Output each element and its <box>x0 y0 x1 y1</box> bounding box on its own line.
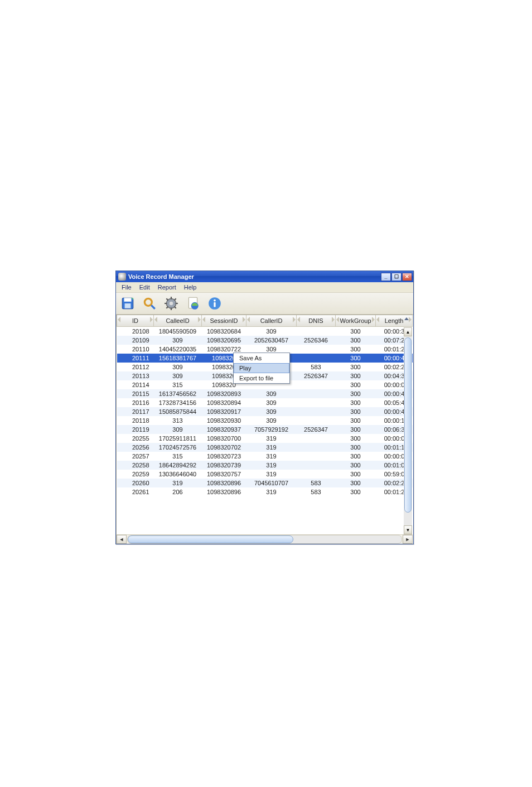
horizontal-scroll-track[interactable] <box>127 535 402 544</box>
reports-button[interactable] <box>183 293 203 313</box>
cell-callee: 319 <box>154 479 202 487</box>
table-row[interactable]: 2025818642894292109832073931930000:01:09 <box>117 461 413 470</box>
context-menu-export[interactable]: Export to file <box>234 373 289 383</box>
chevron-down-icon: ▼ <box>406 528 410 533</box>
svg-line-14 <box>166 306 168 308</box>
svg-rect-20 <box>214 302 215 307</box>
cell-session: 1098320739 <box>202 461 246 470</box>
save-icon <box>120 296 135 311</box>
chevron-left-icon: ◄ <box>119 537 124 542</box>
horizontal-scrollbar[interactable]: ◄ ► <box>117 534 413 544</box>
menu-file[interactable]: File <box>118 283 135 291</box>
svg-line-12 <box>166 298 168 300</box>
vertical-scrollbar[interactable]: ▲ ▼ <box>404 327 412 534</box>
cell-id: 20110 <box>117 345 154 354</box>
cell-wg: 300 <box>336 354 376 363</box>
cell-caller: 319 <box>246 470 297 479</box>
menubar: File Edit Report Help <box>116 282 413 293</box>
cell-caller: 319 <box>246 434 297 443</box>
cell-dnis: 583 <box>297 363 336 371</box>
context-menu[interactable]: Save As Play Export to file <box>233 353 290 384</box>
vertical-scroll-track[interactable] <box>404 336 412 525</box>
menu-edit[interactable]: Edit <box>136 283 153 291</box>
horizontal-scroll-thumb[interactable] <box>128 535 293 543</box>
cell-callee: 315 <box>154 380 202 389</box>
table-row[interactable]: 20261206109832089631958330000:01:25 <box>117 487 413 496</box>
cell-dnis: 583 <box>297 479 336 487</box>
cell-wg: 300 <box>336 380 376 389</box>
cell-wg: 300 <box>336 407 376 416</box>
column-header-id[interactable]: ID <box>117 315 154 327</box>
search-button[interactable] <box>139 293 159 313</box>
table-row[interactable]: 2025913036646040109832075731930000:59:07 <box>117 470 413 479</box>
info-button[interactable] <box>205 293 225 313</box>
cell-id: 20115 <box>117 389 154 398</box>
cell-id: 20258 <box>117 461 154 470</box>
context-menu-play[interactable]: Play <box>234 363 289 373</box>
svg-point-19 <box>214 300 216 302</box>
app-window: Voice Record Manager _ ☐ ✕ File Edit Rep… <box>115 271 414 544</box>
table-row[interactable]: 2011516137456562109832089330930000:00:41 <box>117 389 413 398</box>
vertical-scroll-thumb[interactable] <box>404 337 412 513</box>
column-header-workgroup[interactable]: WorkGroup <box>336 315 376 327</box>
cell-callee: 18642894292 <box>154 461 202 470</box>
menu-report[interactable]: Report <box>154 283 180 291</box>
cell-wg: 300 <box>336 416 376 425</box>
table-row[interactable]: 20257315109832072331930000:00:06 <box>117 452 413 461</box>
scroll-down-button[interactable]: ▼ <box>404 525 412 534</box>
svg-line-13 <box>174 306 176 308</box>
cell-wg: 300 <box>336 461 376 470</box>
cell-id: 20260 <box>117 479 154 487</box>
cell-callee: 17328734156 <box>154 398 202 407</box>
cell-dnis <box>297 345 336 354</box>
cell-id: 20116 <box>117 398 154 407</box>
column-header-callerid[interactable]: CallerID <box>246 315 297 327</box>
cell-wg: 300 <box>336 371 376 380</box>
table-row[interactable]: 2025617024572576109832070231930000:01:17 <box>117 443 413 452</box>
table-row[interactable]: 2011930910983209377057929192252634730000… <box>117 425 413 434</box>
cell-dnis <box>297 452 336 461</box>
column-header-dnis[interactable]: DNIS <box>297 315 336 327</box>
column-header-length[interactable]: Length <box>376 315 413 327</box>
chevron-up-icon: ▲ <box>406 330 410 335</box>
menu-help[interactable]: Help <box>181 283 200 291</box>
cell-caller: 309 <box>246 398 297 407</box>
minimize-button[interactable]: _ <box>381 273 391 281</box>
gear-icon <box>164 296 178 311</box>
svg-line-15 <box>174 298 176 300</box>
cell-dnis <box>297 380 336 389</box>
column-header-calleeid[interactable]: CalleeID <box>154 315 202 327</box>
table-row[interactable]: 2010818045590509109832068430930000:00:30 <box>117 327 413 336</box>
cell-session: 1098320700 <box>202 434 246 443</box>
table-header-row: ID CalleeID SessionID CallerID DNIS Work… <box>117 315 413 327</box>
scroll-right-button[interactable]: ► <box>403 535 413 544</box>
save-button[interactable] <box>118 293 138 313</box>
table-row[interactable]: 2010930910983206952052630457252634630000… <box>117 336 413 345</box>
cell-callee: 309 <box>154 363 202 371</box>
titlebar[interactable]: Voice Record Manager _ ☐ ✕ <box>116 271 413 282</box>
cell-wg: 300 <box>336 398 376 407</box>
cell-callee: 206 <box>154 487 202 496</box>
cell-session: 1098320937 <box>202 425 246 434</box>
context-menu-saveas[interactable]: Save As <box>234 353 289 363</box>
table-row[interactable]: 20118313109832093030930000:00:11 <box>117 416 413 425</box>
maximize-button[interactable]: ☐ <box>391 273 402 281</box>
cell-session: 1098320930 <box>202 416 246 425</box>
svg-line-5 <box>151 305 155 309</box>
table-row[interactable]: 2011715085875844109832091730930000:00:48 <box>117 407 413 416</box>
table-row[interactable]: 202603191098320896704561070758330000:02:… <box>117 479 413 487</box>
table-row[interactable]: 2025517025911811109832070031930000:00:02 <box>117 434 413 443</box>
cell-callee: 309 <box>154 425 202 434</box>
scroll-left-button[interactable]: ◄ <box>117 535 127 544</box>
close-button[interactable]: ✕ <box>402 273 412 281</box>
table-row[interactable]: 2011617328734156109832089430930000:05:48 <box>117 398 413 407</box>
settings-button[interactable] <box>161 293 181 313</box>
cell-wg: 300 <box>336 389 376 398</box>
cell-caller: 309 <box>246 416 297 425</box>
scroll-up-button[interactable]: ▲ <box>404 327 412 336</box>
search-icon <box>142 296 157 311</box>
cell-id: 20255 <box>117 434 154 443</box>
cell-caller: 7057929192 <box>246 425 297 434</box>
svg-point-7 <box>170 302 173 306</box>
column-header-sessionid[interactable]: SessionID <box>202 315 246 327</box>
